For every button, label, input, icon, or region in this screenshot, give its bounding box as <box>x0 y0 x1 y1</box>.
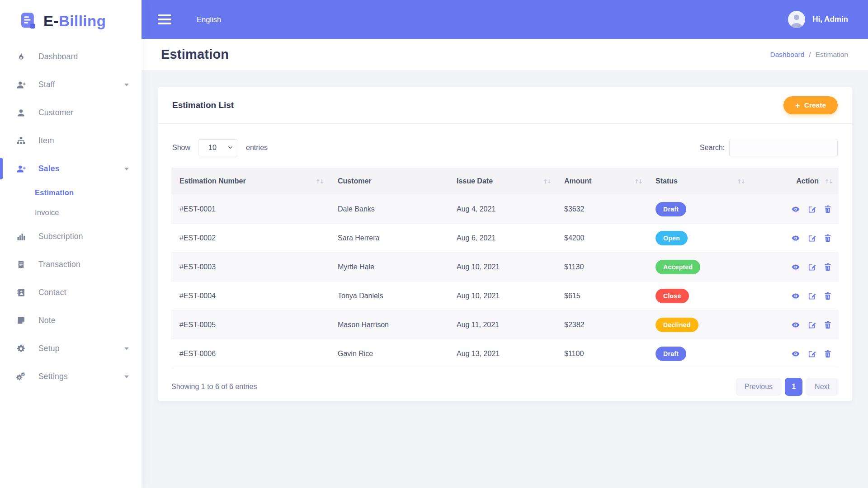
status-cell: Draft <box>648 195 751 224</box>
customer-cell: Sara Herrera <box>330 224 448 253</box>
sidebar-item-label: Sales <box>38 164 60 174</box>
table-row-est-0002: #EST-0002 Sara Herrera Aug 6, 2021 $4200… <box>171 224 839 253</box>
customer-cell: Myrtle Hale <box>330 253 448 282</box>
breadcrumb-dashboard-link[interactable]: Dashboard <box>770 51 804 59</box>
issue-date-cell: Aug 6, 2021 <box>448 224 557 253</box>
sidebar-item-label: Setup <box>38 344 60 353</box>
sidebar-item-label: Contact <box>38 288 66 297</box>
next-page-button[interactable]: Next <box>806 378 839 396</box>
column-header-status[interactable]: Status ↑↓ <box>648 168 751 195</box>
status-badge: Declined <box>656 318 698 332</box>
sidebar-item-label: Invoice <box>35 208 59 217</box>
edit-icon[interactable] <box>807 320 816 329</box>
user-menu[interactable]: Hi, Admin <box>788 11 848 28</box>
breadcrumb-current: Estimation <box>816 51 848 59</box>
column-header-issue-date[interactable]: Issue Date ↑↓ <box>448 168 557 195</box>
user-icon <box>16 108 26 117</box>
page-length-select[interactable]: 10 <box>198 139 238 156</box>
view-icon[interactable] <box>791 349 800 358</box>
sidebar-item-staff[interactable]: Staff <box>0 70 142 99</box>
card-header: Estimation List + Create <box>158 87 852 124</box>
action-cell <box>751 224 839 253</box>
sidebar-item-label: Dashboard <box>38 52 78 61</box>
delete-icon[interactable] <box>823 234 832 243</box>
view-icon[interactable] <box>791 263 800 272</box>
amount-cell: $1130 <box>557 253 648 282</box>
sidebar-item-customer[interactable]: Customer <box>0 99 142 127</box>
amount-cell: $4200 <box>557 224 648 253</box>
estimation-number-cell: #EST-0003 <box>171 253 330 282</box>
action-cell <box>751 253 839 282</box>
show-label: Show <box>172 144 190 152</box>
column-header-estimation-number[interactable]: Estimation Number ↑↓ <box>171 168 330 195</box>
status-cell: Draft <box>648 339 751 368</box>
view-icon[interactable] <box>791 234 800 243</box>
column-header-amount[interactable]: Amount ↑↓ <box>557 168 648 195</box>
sidebar-item-estimation[interactable]: Estimation <box>0 183 142 202</box>
sidebar-item-subscription[interactable]: Subscription <box>0 222 142 250</box>
sidebar-item-invoice[interactable]: Invoice <box>0 202 142 222</box>
plus-icon: + <box>795 101 800 110</box>
page-header: Estimation Dashboard / Estimation <box>142 39 868 70</box>
search-input[interactable] <box>729 139 838 156</box>
sidebar-item-sales[interactable]: Sales <box>0 155 142 183</box>
edit-icon[interactable] <box>807 234 816 243</box>
receipt-icon <box>16 259 26 269</box>
edit-icon[interactable] <box>807 291 816 300</box>
sidebar-item-label: Item <box>38 136 54 145</box>
issue-date-cell: Aug 10, 2021 <box>448 282 557 310</box>
delete-icon[interactable] <box>823 349 832 358</box>
sidebar-item-note[interactable]: Note <box>0 306 142 334</box>
estimation-number-cell: #EST-0001 <box>171 195 330 224</box>
amount-cell: $2382 <box>557 310 648 339</box>
user-plus-icon <box>16 80 26 89</box>
sidebar-item-label: Staff <box>38 80 55 89</box>
previous-page-button[interactable]: Previous <box>736 378 782 396</box>
delete-icon[interactable] <box>823 205 832 214</box>
sidebar-item-setup[interactable]: Setup <box>0 334 142 362</box>
estimation-table: Estimation Number ↑↓ Customer <box>171 168 839 368</box>
sidebar-item-contact[interactable]: Contact <box>0 278 142 306</box>
customer-cell: Gavin Rice <box>330 339 448 368</box>
issue-date-cell: Aug 10, 2021 <box>448 253 557 282</box>
issue-date-cell: Aug 4, 2021 <box>448 195 557 224</box>
edit-icon[interactable] <box>807 205 816 214</box>
delete-icon[interactable] <box>823 320 832 329</box>
hamburger-menu-icon[interactable] <box>158 14 171 24</box>
amount-cell: $3632 <box>557 195 648 224</box>
action-cell <box>751 282 839 310</box>
sort-icons: ↑↓ <box>634 178 642 185</box>
estimation-number-cell: #EST-0002 <box>171 224 330 253</box>
delete-icon[interactable] <box>823 291 832 300</box>
view-icon[interactable] <box>791 205 800 214</box>
edit-icon[interactable] <box>807 263 816 272</box>
content-area: Estimation List + Create Show 10 entries… <box>142 70 868 488</box>
page-1-button[interactable]: 1 <box>785 378 802 396</box>
edit-icon[interactable] <box>807 349 816 358</box>
amount-cell: $1100 <box>557 339 648 368</box>
user-greeting: Hi, Admin <box>812 15 848 24</box>
chevron-down-icon <box>124 168 129 170</box>
sidebar-item-settings[interactable]: Settings <box>0 362 142 390</box>
customer-cell: Mason Harrison <box>330 310 448 339</box>
avatar <box>788 11 805 28</box>
gears-icon <box>16 371 26 381</box>
column-header-action[interactable]: Action ↑↓ <box>751 168 839 195</box>
create-button[interactable]: + Create <box>783 96 838 114</box>
status-badge: Draft <box>656 347 686 361</box>
language-selector[interactable]: English <box>197 15 221 24</box>
sidebar-item-transaction[interactable]: Transaction <box>0 250 142 278</box>
gear-icon <box>16 343 26 353</box>
sidebar-item-label: Note <box>38 316 56 325</box>
action-cell <box>751 310 839 339</box>
view-icon[interactable] <box>791 320 800 329</box>
sidebar-item-item[interactable]: Item <box>0 127 142 155</box>
table-header-row: Estimation Number ↑↓ Customer <box>171 168 839 195</box>
column-header-customer[interactable]: Customer <box>330 168 448 195</box>
brand-logo[interactable]: E-Billing <box>0 0 142 35</box>
sidebar-item-dashboard[interactable]: Dashboard <box>0 42 142 70</box>
view-icon[interactable] <box>791 291 800 300</box>
chevron-down-icon <box>124 347 129 350</box>
status-badge: Close <box>656 289 689 303</box>
delete-icon[interactable] <box>823 263 832 272</box>
